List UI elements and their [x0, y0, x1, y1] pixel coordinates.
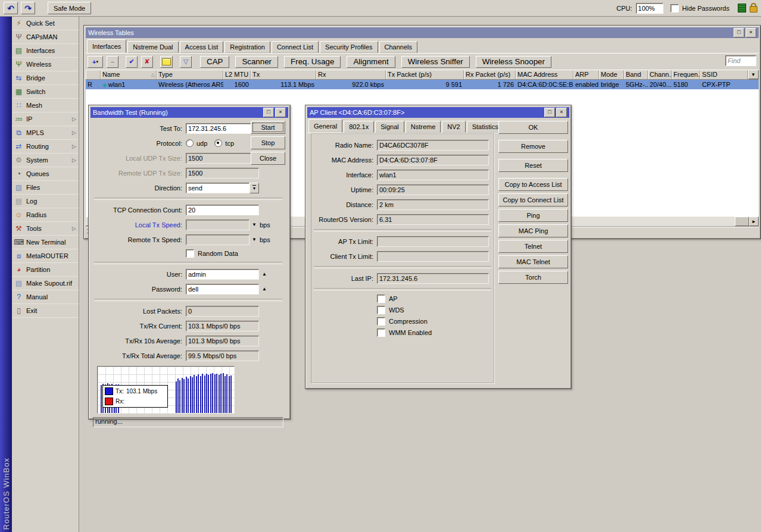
ap-client-action-button[interactable]: MAC Telnet	[498, 255, 568, 268]
tab-channels[interactable]: Channels	[379, 41, 417, 53]
tab-registration[interactable]: Registration	[224, 41, 270, 53]
sidebar-item[interactable]: ∷ Mesh	[12, 99, 79, 112]
column-header-flags[interactable]	[86, 70, 101, 79]
password-spin-up-icon[interactable]: ▲	[262, 286, 267, 292]
sidebar-item[interactable]: ? Manual	[12, 290, 79, 304]
sidebar-item[interactable]: ▤ Interfaces	[12, 44, 79, 58]
enable-button[interactable]: ✔	[126, 56, 138, 68]
disable-button[interactable]: ✘	[141, 56, 153, 68]
ap-client-action-button[interactable]: Copy to Connect List	[498, 193, 568, 206]
ap-client-action-button[interactable]: Reset	[498, 159, 568, 172]
sidebar-item[interactable]: ▤ Log	[12, 195, 79, 208]
tab-interfaces[interactable]: Interfaces	[87, 39, 126, 53]
user-spin-up-icon[interactable]: ▲	[262, 271, 267, 277]
column-header-ssid[interactable]: SSID	[700, 70, 748, 79]
tab-general[interactable]: General	[308, 119, 342, 133]
redo-button[interactable]: ↷	[21, 2, 35, 14]
sidebar-item[interactable]: ▯ Exit	[12, 304, 79, 318]
sidebar-item[interactable]: ☺ Radius	[12, 208, 79, 222]
tab-connect-list[interactable]: Connect List	[272, 41, 319, 53]
ap-client-titlebar[interactable]: AP Client <D4:CA:6D:C3:07:8F> □ ×	[307, 107, 569, 118]
wireless-action-button[interactable]: Alignment	[347, 56, 395, 68]
close-button[interactable]: ×	[556, 108, 567, 117]
sidebar-item[interactable]: ▦ Switch	[12, 85, 79, 99]
find-input[interactable]	[725, 55, 756, 66]
compression-checkbox[interactable]	[377, 317, 385, 326]
ap-client-action-button[interactable]: MAC Ping	[498, 224, 568, 237]
close-button[interactable]: ×	[746, 28, 756, 37]
tab-nstreme-dual[interactable]: Nstreme Dual	[127, 41, 178, 53]
local-tx-dropdown-icon[interactable]: ▼	[252, 222, 257, 227]
maximize-button[interactable]: □	[734, 28, 744, 37]
maximize-button[interactable]: □	[263, 108, 274, 117]
column-header-l2mtu[interactable]: L2 MTU	[223, 70, 251, 79]
hide-passwords-checkbox[interactable]	[670, 4, 679, 12]
wmm-enabled-checkbox[interactable]	[377, 328, 385, 337]
column-header-channel[interactable]: Chann...	[648, 70, 672, 79]
table-row[interactable]: R ◈wlan1 Wireless (Atheros AR9... 1600 1…	[86, 80, 759, 89]
column-header-type[interactable]: Type	[157, 70, 223, 79]
tab-nstreme[interactable]: Nstreme	[406, 121, 441, 133]
ap-client-action-button[interactable]: Remove	[498, 140, 568, 153]
ap-client-action-button[interactable]: Torch	[498, 271, 568, 284]
password-input[interactable]	[186, 284, 259, 295]
ap-client-action-button[interactable]: Copy to Access List	[498, 178, 568, 191]
remove-button[interactable]: −	[107, 56, 118, 68]
ap-client-action-button[interactable]: Ping	[498, 209, 568, 222]
sidebar-item[interactable]: ⇆ Bridge	[12, 71, 79, 85]
sidebar-item[interactable]: ◔ Queues	[12, 167, 79, 181]
direction-select[interactable]: send	[186, 183, 249, 193]
protocol-tcp-radio[interactable]	[214, 139, 222, 147]
random-data-checkbox[interactable]	[186, 249, 194, 258]
test-to-input[interactable]	[186, 123, 259, 134]
ap-checkbox[interactable]	[377, 295, 385, 303]
scrollbar-thumb[interactable]	[735, 217, 749, 226]
remote-tx-dropdown-icon[interactable]: ▼	[252, 237, 257, 242]
sidebar-item[interactable]: ▨ Files	[12, 181, 79, 195]
sidebar-item[interactable]: ⚒ Tools ▷	[12, 222, 79, 236]
add-button[interactable]: +▾	[88, 56, 103, 68]
undo-button[interactable]: ↶	[4, 2, 18, 14]
wireless-action-button[interactable]: Wireless Snooper	[476, 56, 551, 68]
sidebar-item[interactable]: Ψ Wireless	[12, 58, 79, 71]
column-header-tx-packet[interactable]: Tx Packet (p/s)	[386, 70, 464, 79]
column-header-mode[interactable]: Mode	[599, 70, 624, 79]
protocol-udp-radio[interactable]	[186, 139, 194, 147]
user-input[interactable]	[186, 269, 259, 280]
sidebar-item[interactable]: ⌨ New Terminal	[12, 236, 79, 249]
bandwidth-test-titlebar[interactable]: Bandwidth Test (Running) □ ×	[91, 107, 288, 118]
maximize-button[interactable]: □	[544, 108, 555, 117]
sidebar-item[interactable]: ▤ Make Supout.rif	[12, 277, 79, 290]
wireless-action-button[interactable]: CAP	[200, 56, 229, 68]
tab-signal[interactable]: Signal	[375, 121, 404, 133]
tcp-connection-count-input[interactable]	[186, 205, 259, 215]
tab-nv2[interactable]: NV2	[442, 121, 465, 133]
sidebar-item[interactable]: ◕ Partition	[12, 263, 79, 277]
close-button[interactable]: ×	[275, 108, 286, 117]
stop-button[interactable]: Stop	[251, 136, 285, 149]
filter-button[interactable]: ▽	[180, 56, 192, 68]
scroll-right-button[interactable]: ►	[749, 217, 759, 226]
tab-8021x[interactable]: 802.1x	[344, 121, 374, 133]
column-header-mac[interactable]: MAC Address	[516, 70, 573, 79]
column-header-tx[interactable]: Tx	[251, 70, 316, 79]
column-header-name[interactable]: Name△	[101, 70, 157, 79]
column-header-arp[interactable]: ARP	[573, 70, 599, 79]
column-menu-button[interactable]: ▼	[748, 70, 759, 79]
sidebar-item[interactable]: ⧈ MetaROUTER	[12, 249, 79, 263]
sidebar-item[interactable]: ⚙ System ▷	[12, 154, 79, 167]
tab-access-list[interactable]: Access List	[180, 41, 224, 53]
wireless-action-button[interactable]: Freq. Usage	[284, 56, 341, 68]
start-button[interactable]: Start	[251, 121, 285, 134]
direction-dropdown-button[interactable]: ▼	[249, 183, 259, 193]
safe-mode-button[interactable]: Safe Mode	[48, 2, 91, 14]
sidebar-item[interactable]: Ψ CAPsMAN	[12, 30, 79, 44]
ap-client-action-button[interactable]: OK	[498, 121, 568, 134]
tab-security-profiles[interactable]: Security Profiles	[320, 41, 378, 53]
column-header-rx[interactable]: Rx	[316, 70, 386, 79]
wireless-action-button[interactable]: Wireless Sniffer	[401, 56, 470, 68]
close-button[interactable]: Close	[251, 152, 285, 165]
sidebar-item[interactable]: ⧉ MPLS ▷	[12, 126, 79, 140]
sidebar-item[interactable]: 255 IP ▷	[12, 112, 79, 126]
column-header-band[interactable]: Band	[624, 70, 648, 79]
